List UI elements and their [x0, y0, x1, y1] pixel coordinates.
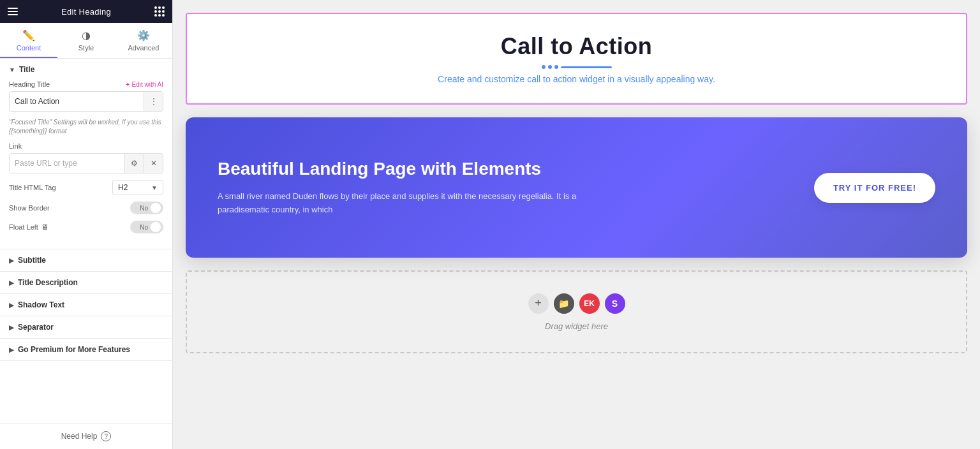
content-icon: ✏️: [22, 29, 35, 41]
section-separator: ▶ Separator: [0, 316, 172, 339]
section-shadow: ▶ Shadow Text: [0, 294, 172, 316]
float-left-row: Float Left 🖥 No: [9, 221, 163, 233]
section-title-desc-header[interactable]: ▶ Title Description: [0, 272, 172, 293]
float-left-label: Float Left 🖥: [9, 223, 48, 232]
advanced-icon: ⚙️: [137, 29, 150, 41]
show-border-row: Show Border No: [9, 202, 163, 214]
title-arrow-icon: ▼: [9, 66, 15, 73]
grid-icon[interactable]: [154, 6, 165, 17]
add-widget-row: + 📁 EK S: [528, 293, 625, 314]
show-border-label: Show Border: [9, 204, 50, 212]
heading-title-label: Heading Title: [9, 80, 50, 88]
main-content: Call to Action Create and customize call…: [173, 0, 980, 449]
title-desc-arrow-icon: ▶: [9, 279, 14, 286]
tab-advanced-label: Advanced: [128, 44, 160, 52]
widget-landing: Beautiful Landing Page with Elements A s…: [186, 117, 967, 258]
link-clear-btn[interactable]: ✕: [144, 154, 163, 173]
landing-desc: A small river named Duden flows by their…: [218, 190, 612, 217]
section-premium-header[interactable]: ▶ Go Premium for More Features: [0, 339, 172, 360]
link-field: Link ⚙ ✕: [9, 142, 163, 173]
left-panel: Edit Heading ✏️ Content ◑ Style ⚙️ Advan…: [0, 0, 173, 449]
section-premium-label: Go Premium for More Features: [18, 345, 130, 354]
html-tag-select[interactable]: H2 ▼: [112, 180, 163, 195]
shadow-arrow-icon: ▶: [9, 302, 14, 309]
html-tag-value: H2: [118, 183, 128, 192]
panel-content: ▼ Title Heading Title ✦ Edit with AI ⋮: [0, 59, 172, 423]
section-title-label: Title: [19, 65, 34, 74]
section-separator-header[interactable]: ▶ Separator: [0, 316, 172, 338]
link-input-wrap: ⚙ ✕: [9, 153, 163, 173]
style-icon: ◑: [82, 29, 91, 41]
heading-title-action-btn[interactable]: ⋮: [144, 92, 163, 111]
tab-content-label: Content: [17, 44, 41, 52]
help-circle-icon[interactable]: ?: [101, 431, 111, 441]
section-shadow-label: Shadow Text: [18, 300, 64, 309]
link-gear-btn[interactable]: ⚙: [124, 154, 144, 173]
widget-dropzone[interactable]: + 📁 EK S Drag widget here: [186, 270, 967, 353]
divider-dot3: [554, 65, 558, 69]
tab-content[interactable]: ✏️ Content: [0, 23, 57, 58]
divider-dot2: [548, 65, 552, 69]
toggle-knob: [151, 203, 161, 213]
float-left-toggle[interactable]: No: [130, 221, 163, 233]
premium-arrow-icon: ▶: [9, 346, 14, 353]
tab-advanced[interactable]: ⚙️ Advanced: [115, 23, 172, 58]
link-label-text: Link: [9, 142, 22, 150]
show-border-toggle-text: No: [140, 205, 148, 212]
html-tag-label: Title HTML Tag: [9, 184, 56, 191]
section-title-desc-label: Title Description: [18, 278, 78, 287]
section-title-header[interactable]: ▼ Title: [0, 59, 172, 80]
section-title-body: Heading Title ✦ Edit with AI ⋮ "Focused …: [0, 80, 172, 249]
edit-ai-label: ✦ Edit with AI: [125, 81, 163, 88]
section-title-desc: ▶ Title Description: [0, 272, 172, 294]
subtitle-arrow-icon: ▶: [9, 257, 14, 264]
heading-title-input[interactable]: [10, 93, 144, 110]
panel-header: Edit Heading: [0, 0, 172, 23]
select-arrow-icon: ▼: [151, 184, 158, 191]
add-widget-button[interactable]: +: [528, 293, 549, 314]
section-shadow-header[interactable]: ▶ Shadow Text: [0, 294, 172, 316]
cta-main-title: Call to Action: [501, 33, 653, 60]
need-help-label: Need Help: [61, 432, 98, 441]
widget-cta-header[interactable]: Call to Action Create and customize call…: [186, 13, 967, 105]
heading-title-label-row: Heading Title ✦ Edit with AI: [9, 80, 163, 88]
float-left-icon: 🖥: [41, 223, 48, 232]
cta-divider: [542, 65, 612, 69]
section-subtitle-label: Subtitle: [18, 256, 46, 265]
float-left-knob: [151, 222, 161, 232]
html-tag-row: Title HTML Tag H2 ▼: [9, 180, 163, 195]
section-title: ▼ Title Heading Title ✦ Edit with AI ⋮: [0, 59, 172, 249]
link-input[interactable]: [10, 154, 124, 173]
section-subtitle-header[interactable]: ▶ Subtitle: [0, 249, 172, 271]
landing-title: Beautiful Landing Page with Elements: [218, 158, 612, 180]
ek-button[interactable]: EK: [579, 293, 600, 314]
cta-main-subtitle: Create and customize call to action widg…: [438, 74, 715, 84]
section-subtitle: ▶ Subtitle: [0, 249, 172, 272]
landing-cta-button[interactable]: TRY IT FOR FREE!: [814, 173, 935, 203]
heading-title-input-wrap: ⋮: [9, 91, 163, 112]
section-separator-label: Separator: [18, 323, 54, 332]
float-left-toggle-text: No: [140, 224, 148, 231]
edit-ai-button[interactable]: ✦ Edit with AI: [125, 81, 163, 88]
tab-style-label: Style: [78, 44, 94, 52]
divider-line: [561, 66, 612, 68]
separator-arrow-icon: ▶: [9, 324, 14, 331]
hamburger-icon[interactable]: [8, 8, 18, 15]
landing-text: Beautiful Landing Page with Elements A s…: [218, 158, 612, 216]
s-button[interactable]: S: [605, 293, 625, 314]
link-label: Link: [9, 142, 163, 150]
drag-label: Drag widget here: [545, 321, 608, 331]
panel-tabs: ✏️ Content ◑ Style ⚙️ Advanced: [0, 23, 172, 59]
hint-text: "Focused Title" Settings will be worked,…: [9, 118, 163, 136]
panel-footer: Need Help ?: [0, 423, 172, 449]
folder-button[interactable]: 📁: [554, 293, 574, 314]
section-premium: ▶ Go Premium for More Features: [0, 339, 172, 361]
panel-title: Edit Heading: [61, 7, 111, 17]
tab-style[interactable]: ◑ Style: [57, 23, 115, 58]
divider-dot1: [542, 65, 546, 69]
heading-title-field: Heading Title ✦ Edit with AI ⋮: [9, 80, 163, 112]
show-border-toggle[interactable]: No: [130, 202, 163, 214]
